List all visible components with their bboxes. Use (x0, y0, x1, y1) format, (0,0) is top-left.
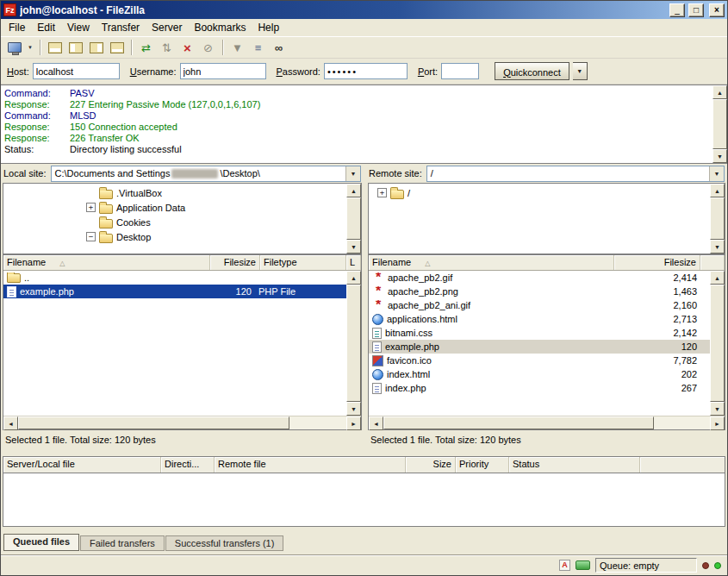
tree-item-desktop[interactable]: −Desktop (3, 229, 345, 244)
quickconnect-dropdown-button[interactable] (573, 62, 588, 80)
scroll-right-button[interactable] (346, 416, 361, 430)
pane-splitter[interactable] (362, 164, 368, 451)
tab-failed-transfers[interactable]: Failed transfers (80, 535, 165, 551)
scroll-down-button[interactable] (346, 402, 361, 416)
minimize-button[interactable]: _ (669, 3, 685, 17)
scroll-up-button[interactable] (346, 184, 361, 197)
column-header-server-local-file[interactable]: Server/Local file (3, 457, 161, 473)
find-files-button[interactable]: ∞ (269, 38, 289, 57)
column-header-remote-file[interactable]: Remote file (215, 457, 406, 473)
quickconnect-button[interactable]: Quickconnect (495, 62, 569, 80)
menu-bookmarks[interactable]: Bookmarks (188, 20, 252, 35)
remote-list-horizontal-scrollbar[interactable] (369, 416, 725, 429)
scroll-left-button[interactable] (369, 416, 383, 430)
site-manager-dropdown-caret[interactable] (25, 38, 35, 57)
file-row-example-php[interactable]: example.php 120 PHP File (3, 285, 346, 298)
column-header-filetype[interactable]: Filetype (260, 255, 346, 270)
column-header-size[interactable]: Size (406, 457, 456, 473)
column-header-filename[interactable]: Filename (3, 255, 210, 270)
scrollbar-thumb[interactable] (710, 285, 725, 402)
combo-dropdown-button[interactable] (709, 166, 724, 181)
scroll-down-button[interactable] (710, 240, 725, 254)
local-list-horizontal-scrollbar[interactable] (3, 416, 361, 429)
scroll-left-button[interactable] (3, 416, 18, 430)
local-tree-scrollbar[interactable] (346, 184, 361, 254)
remote-tree-scrollbar[interactable] (710, 184, 725, 254)
scrollbar-thumb[interactable] (710, 197, 725, 240)
disconnect-button[interactable]: ⊘ (198, 38, 218, 57)
tab-queued-files[interactable]: Queued files (3, 534, 79, 551)
host-input[interactable] (33, 63, 120, 79)
toggle-local-tree-button[interactable] (65, 38, 85, 57)
tree-item-cookies[interactable]: Cookies (3, 215, 345, 229)
column-header-filesize[interactable]: Filesize (210, 255, 260, 270)
apache-file-icon (372, 287, 384, 296)
tab-successful-transfers[interactable]: Successful transfers (1) (165, 535, 284, 551)
folder-icon (99, 204, 113, 214)
scroll-down-button[interactable] (710, 402, 725, 416)
file-row[interactable]: apache_pb2.png 1,463 (369, 285, 710, 298)
close-button[interactable]: × (709, 3, 725, 17)
file-row[interactable]: index.php 267 (369, 381, 710, 395)
local-site-combo[interactable]: C:\Documents and Settings\Desktop\ (51, 166, 361, 182)
site-manager-icon (8, 42, 22, 53)
scrollbar-thumb[interactable] (346, 285, 361, 402)
filezilla-window: Fz john@localhost - FileZilla _ □ × File… (0, 0, 728, 576)
log-vertical-scrollbar[interactable] (712, 85, 727, 163)
password-input[interactable] (324, 63, 408, 79)
toggle-queue-button[interactable] (107, 38, 127, 57)
scrollbar-thumb[interactable] (712, 99, 727, 149)
cancel-operation-button[interactable]: × (177, 38, 197, 57)
column-header-priority[interactable]: Priority (456, 457, 509, 473)
scroll-right-button[interactable] (710, 416, 725, 430)
process-queue-button[interactable]: ⇅ (157, 38, 177, 57)
tree-item-application-data[interactable]: +Application Data (3, 200, 345, 215)
remote-list-scrollbar[interactable] (710, 271, 725, 416)
menu-help[interactable]: Help (252, 20, 285, 35)
menu-view[interactable]: View (61, 20, 96, 35)
scroll-down-button[interactable] (346, 240, 361, 254)
username-input[interactable] (180, 63, 266, 79)
menu-file[interactable]: File (3, 20, 31, 35)
file-row-parent-dir[interactable]: .. (3, 271, 346, 285)
column-header-last-modified[interactable]: L (346, 255, 361, 270)
directory-comparison-button[interactable]: ≡ (248, 38, 268, 57)
tree-item-virtualbox[interactable]: .VirtualBox (3, 185, 345, 200)
menu-transfer[interactable]: Transfer (96, 20, 146, 35)
tree-item-root[interactable]: +/ (369, 185, 709, 200)
filter-button[interactable]: ▼ (227, 38, 247, 57)
local-list-scrollbar[interactable] (346, 271, 361, 416)
scrollbar-thumb[interactable] (18, 416, 289, 429)
file-row[interactable]: apache_pb2.gif 2,414 (369, 271, 710, 285)
column-header-filename[interactable]: Filename (369, 255, 614, 270)
scroll-up-button[interactable] (710, 184, 725, 197)
remote-site-combo[interactable]: / (426, 166, 725, 182)
file-row[interactable]: applications.html 2,713 (369, 312, 710, 326)
file-row[interactable]: apache_pb2_ani.gif 2,160 (369, 298, 710, 312)
toggle-remote-tree-button[interactable] (86, 38, 106, 57)
column-header-direction[interactable]: Directi... (161, 457, 215, 473)
scroll-up-button[interactable] (710, 271, 725, 285)
combo-dropdown-button[interactable] (345, 166, 360, 181)
site-manager-button[interactable] (4, 38, 24, 57)
menu-edit[interactable]: Edit (31, 20, 61, 35)
local-directory-tree: .VirtualBox +Application Data Cookies −D… (3, 183, 362, 254)
maximize-button[interactable]: □ (688, 3, 704, 17)
file-row-example-php-remote[interactable]: example.php 120 (369, 340, 710, 354)
toggle-message-log-button[interactable] (45, 38, 65, 57)
port-input[interactable] (441, 63, 479, 79)
scroll-up-button[interactable] (346, 271, 361, 285)
scroll-up-button[interactable] (712, 85, 727, 99)
message-log-panel-icon (48, 42, 62, 53)
column-header-filesize[interactable]: Filesize (614, 255, 700, 270)
scrollbar-thumb[interactable] (346, 197, 361, 240)
menu-server[interactable]: Server (146, 20, 188, 35)
file-row[interactable]: index.html 202 (369, 367, 710, 381)
file-row[interactable]: favicon.ico 7,782 (369, 354, 710, 367)
refresh-button[interactable]: ⇄ (136, 38, 156, 57)
column-header-status[interactable]: Status (509, 457, 640, 473)
scrollbar-thumb[interactable] (383, 416, 654, 429)
transfer-queue-list[interactable] (3, 473, 725, 527)
scroll-down-button[interactable] (712, 149, 727, 163)
file-row[interactable]: bitnami.css 2,142 (369, 326, 710, 340)
